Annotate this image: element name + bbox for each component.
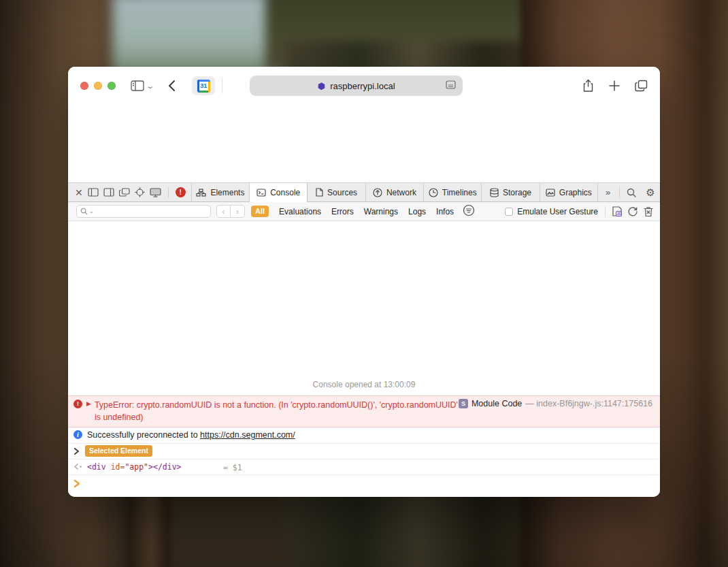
error-message: TypeError: crypto.randomUUID is not a fu…: [95, 399, 465, 423]
garbage-collect-icon[interactable]: [627, 206, 638, 217]
tab-sources[interactable]: Sources: [308, 183, 365, 201]
window-controls: [80, 82, 116, 90]
scope-evaluations-button[interactable]: Evaluations: [279, 207, 321, 216]
error-source[interactable]: S Module Code — index-Bf6jngw-.js:1147:1…: [459, 399, 652, 408]
minimize-window-button[interactable]: [94, 82, 102, 90]
previous-result-button[interactable]: ‹: [216, 205, 231, 218]
disclosure-triangle-icon[interactable]: ▶: [86, 400, 91, 407]
info-message: Successfully preconnected to: [87, 430, 200, 440]
more-tabs-button[interactable]: »: [598, 183, 617, 201]
error-icon: !: [73, 400, 82, 408]
inspector-tab-bar: ✕: [68, 183, 660, 202]
console-session-note: Console opened at 13:00:09: [68, 380, 660, 389]
new-tab-icon[interactable]: [609, 80, 620, 91]
scope-all-button[interactable]: All: [251, 206, 269, 217]
desktop: { "colors": { "accent_orange": "#f0a637"…: [0, 0, 728, 567]
result-arrow-icon: [73, 462, 82, 472]
selected-element-badge[interactable]: Selected Element: [85, 445, 152, 457]
page-content[interactable]: [68, 105, 660, 182]
preconnect-link[interactable]: https://cdn.segment.com/: [200, 430, 295, 440]
console-info-row[interactable]: i Successfully preconnected to https://c…: [68, 427, 660, 444]
tabbar-divider: [619, 187, 620, 198]
show-script-icon[interactable]: JS: [612, 206, 622, 216]
undock-icon[interactable]: [119, 188, 130, 197]
result-code[interactable]: <div id="app"></div>: [87, 462, 182, 472]
safari-window: ⌄ 31 ⬢ raspberrypi.local: [68, 67, 660, 497]
calendar-favicon: 31: [197, 80, 210, 93]
web-inspector: ✕: [68, 182, 660, 497]
site-favicon-icon: ⬢: [318, 82, 325, 91]
tab-overview-icon[interactable]: [635, 80, 648, 92]
svg-text:JS: JS: [616, 212, 621, 216]
dock-side-icon[interactable]: [88, 188, 99, 197]
error-count-badge[interactable]: !: [176, 187, 186, 197]
saved-reference: = $1: [223, 463, 242, 472]
browser-toolbar: ⌄ 31 ⬢ raspberrypi.local: [68, 67, 660, 105]
filter-options-icon[interactable]: [463, 204, 475, 219]
script-source-badge: S: [459, 399, 468, 408]
search-options-chevron-icon: ⌄: [89, 208, 94, 214]
tab-elements[interactable]: Elements: [192, 183, 250, 201]
tab-graphics[interactable]: Graphics: [540, 183, 598, 201]
clear-console-trash-icon[interactable]: [644, 206, 653, 217]
toolbar-separator: [222, 78, 222, 93]
tab-timelines[interactable]: Timelines: [424, 183, 482, 201]
scope-logs-button[interactable]: Logs: [408, 207, 426, 216]
scope-infos-button[interactable]: Infos: [436, 207, 454, 216]
search-field-magnifier-icon: [80, 206, 88, 218]
page-settings-icon[interactable]: [446, 80, 456, 92]
inspector-settings-gear-icon[interactable]: ⚙: [641, 183, 660, 201]
filterbar-divider: [605, 206, 606, 217]
inspector-tabs: Elements Console Sources: [191, 183, 598, 201]
console-search-input[interactable]: ⌄: [76, 205, 211, 218]
prompt-chevron-icon: [73, 479, 80, 490]
address-bar[interactable]: ⬢ raspberrypi.local: [250, 76, 463, 96]
tab-storage[interactable]: Storage: [482, 183, 540, 201]
zoom-window-button[interactable]: [107, 82, 116, 90]
back-button[interactable]: [168, 80, 176, 92]
console-filter-bar: ⌄ ‹ › All Evaluations Errors Warnings Lo…: [68, 202, 660, 221]
input-chevron-icon: [73, 445, 80, 457]
scope-errors-button[interactable]: Errors: [331, 207, 354, 216]
console-selected-element-row[interactable]: Selected Element: [68, 444, 660, 459]
info-icon: i: [73, 430, 82, 439]
close-inspector-icon[interactable]: ✕: [75, 188, 83, 197]
source-name: Module Code: [471, 399, 522, 408]
inspect-element-icon[interactable]: [135, 187, 145, 197]
console-log-area: Console opened at 13:00:09 ! ▶ TypeError…: [68, 221, 660, 497]
pinned-tab-calendar[interactable]: 31: [192, 76, 215, 95]
emulate-user-gesture-checkbox[interactable]: [505, 208, 513, 216]
share-icon[interactable]: [582, 79, 594, 93]
calendar-favicon-label: 31: [200, 83, 207, 89]
tab-network[interactable]: Network: [366, 183, 424, 201]
console-result-row[interactable]: <div id="app"></div> = $1: [68, 459, 660, 475]
console-prompt-row[interactable]: [68, 475, 660, 497]
chevron-down-icon[interactable]: ⌄: [146, 82, 154, 91]
device-settings-icon[interactable]: [150, 188, 161, 197]
console-error-row[interactable]: ! ▶ TypeError: crypto.randomUUID is not …: [68, 395, 660, 427]
dock-bottom-icon[interactable]: [103, 188, 114, 197]
sidebar-toggle-icon[interactable]: [131, 80, 144, 91]
url-text: raspberrypi.local: [330, 81, 395, 91]
toolbar-divider: [168, 187, 169, 198]
close-window-button[interactable]: [80, 82, 88, 90]
scope-warnings-button[interactable]: Warnings: [364, 207, 398, 216]
next-result-button[interactable]: ›: [231, 205, 245, 218]
source-location: — index-Bf6jngw-.js:1147:175616: [525, 399, 652, 408]
emulate-user-gesture-label: Emulate User Gesture: [517, 207, 598, 216]
search-icon[interactable]: [622, 183, 641, 201]
tab-console[interactable]: Console: [250, 183, 308, 202]
